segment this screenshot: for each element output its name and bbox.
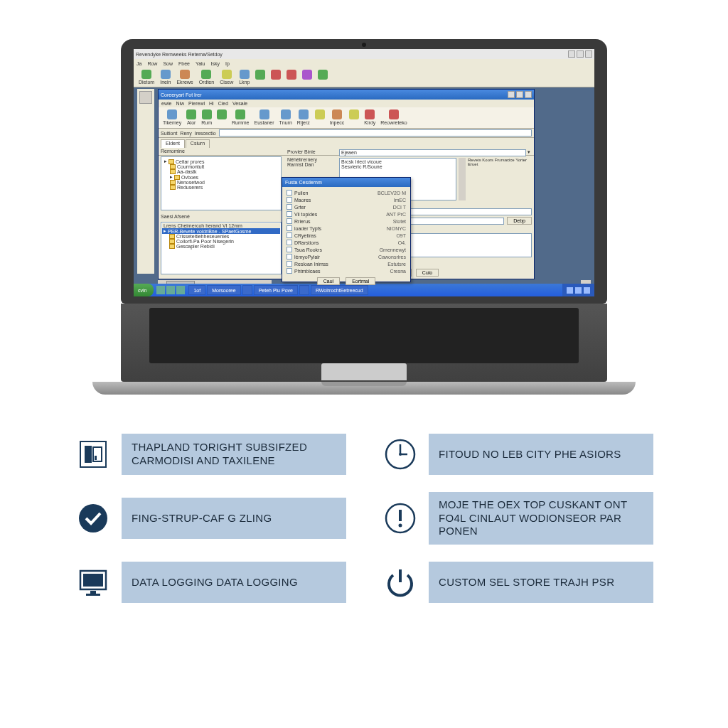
close-button[interactable] (585, 50, 592, 58)
menu-item[interactable]: Yalu (196, 61, 205, 66)
menu-item[interactable]: Pierewl (188, 101, 205, 106)
toolbar-button[interactable]: Lknp (237, 69, 252, 85)
toolbar-button[interactable]: Cisew (218, 69, 235, 85)
dialog-row[interactable]: RrierusStotet (287, 218, 406, 225)
button[interactable]: Culo (416, 269, 439, 277)
tree-node[interactable]: Reduserers (177, 185, 203, 190)
toolbar-button[interactable]: Ekrewe (174, 69, 195, 85)
taskbar-item[interactable]: Morsooree (207, 285, 240, 295)
dialog-row[interactable]: Vii topidesANT PrC (287, 210, 406, 218)
tree-node[interactable]: Nenosetwod (177, 180, 205, 185)
button[interactable]: Debp (507, 217, 532, 225)
toolbar-button[interactable] (316, 69, 330, 85)
tray-icon[interactable] (584, 287, 590, 294)
tray-icon[interactable] (567, 287, 573, 294)
toolbar-button[interactable]: Ordten (197, 69, 216, 85)
tree-view-1[interactable]: ▸Ceitar prores Courmontult Aa-dastk ▸Ovb… (161, 156, 282, 210)
tree-node[interactable]: Coilorfi-Pa Poor Nisegerin (176, 239, 234, 244)
toolbar-button[interactable] (313, 109, 327, 127)
menu-item[interactable]: Hi (209, 101, 214, 106)
minimize-button[interactable] (568, 50, 575, 58)
toolbar-button[interactable]: Kirdy (362, 109, 378, 127)
menu-item[interactable]: Fbee (178, 61, 190, 66)
tree-node[interactable]: PER-Bevete voidriBne - SPaetGosme (168, 229, 252, 234)
tab[interactable]: Eldent (161, 139, 185, 148)
tree-node[interactable]: Ceitar prores (176, 159, 204, 164)
mdi-maximize[interactable] (516, 91, 523, 98)
toolbar-button[interactable] (269, 69, 283, 85)
feature-text: FITOUD NO LEB CITY PHE ASIORS (439, 448, 621, 461)
toolbar-button[interactable] (300, 69, 314, 85)
toolbar-button[interactable]: Tikemey (161, 109, 183, 127)
tree-node[interactable]: Gescapler Rebidi (176, 244, 215, 249)
dialog: Fusta Cesdernm PulienBCLEV2O M MaoresImE… (282, 177, 411, 282)
tree-node[interactable]: Aa-dastk (177, 169, 197, 174)
toolbar-button[interactable]: Rumme (230, 109, 252, 127)
menu-item[interactable]: Ip (225, 61, 230, 66)
feature-text: CUSTOM SEL STORE TRAJH PSR (439, 576, 614, 589)
tree-node[interactable]: Crisseteitiehheseuenies (176, 234, 229, 239)
ql-icon[interactable] (156, 286, 165, 294)
feature-item: DATA LOGGING DATA LOGGING (75, 562, 346, 603)
scrollbar[interactable] (459, 158, 466, 200)
toolbar-button[interactable]: Eustaner (252, 109, 277, 127)
toolbar-button[interactable]: Inpecc (328, 109, 347, 127)
ok-button[interactable]: Eortmal (346, 277, 375, 285)
mdi-titlebar: Coreeryart Fot Irer (159, 90, 534, 100)
camera (362, 43, 366, 47)
dialog-row[interactable]: GrterDCI T (287, 203, 406, 210)
tab[interactable]: Csiurn (186, 139, 210, 148)
taskbar-item[interactable] (242, 285, 252, 295)
feature-item: FING-STRUP-CAF G ZLING (75, 492, 346, 545)
sidebar-button[interactable] (139, 91, 152, 104)
tree-node[interactable]: Ovboes (181, 175, 198, 180)
toolbar-button[interactable]: Reowreteko (378, 109, 409, 127)
toolbar-button[interactable]: Dietom (136, 69, 156, 85)
list-item[interactable]: Brcsk Iriect vicoue (341, 159, 454, 164)
dialog-row[interactable]: DRarstionsO4. (287, 239, 406, 246)
taskbar-item[interactable]: 1of (188, 285, 205, 295)
ql-icon[interactable] (176, 286, 185, 294)
tree-view-2[interactable]: Lrens Cheimercoh herand VI 12mm ▸PER-Bev… (161, 222, 282, 274)
address-input[interactable] (219, 129, 532, 136)
check-icon (75, 500, 112, 537)
dialog-title: Fusta Cesdernm (282, 178, 410, 187)
dialog-row[interactable]: PulienBCLEV2O M (287, 189, 406, 196)
tray-icon[interactable] (575, 287, 582, 294)
start-button[interactable]: cvin (134, 284, 154, 296)
menu-item[interactable]: Sow (163, 61, 173, 66)
toolbar-button[interactable]: Inein (158, 69, 173, 85)
dialog-row[interactable]: loader TypfsNIONYC (287, 225, 406, 232)
toolbar-button[interactable]: Alor (184, 109, 198, 127)
menu-item[interactable]: ewie (161, 101, 171, 106)
dialog-row[interactable]: lémyoPylairCawonsrires (287, 253, 406, 260)
dialog-row[interactable]: CRyetirasO9T (287, 232, 406, 239)
toolbar-button[interactable] (253, 69, 267, 85)
toolbar-button[interactable] (215, 109, 229, 127)
menu-item[interactable]: Niw (176, 101, 184, 106)
toolbar-button[interactable]: Rijerz (295, 109, 312, 127)
menu-item[interactable]: Vesale (232, 101, 247, 106)
toolbar-button[interactable] (284, 69, 299, 85)
mdi-close[interactable] (525, 91, 532, 98)
toolbar-button[interactable] (347, 109, 361, 127)
menu-item[interactable]: Cied (218, 101, 228, 106)
tree-node[interactable]: Courmontult (177, 164, 204, 169)
toolbar-button[interactable]: Rum (199, 109, 214, 127)
ql-icon[interactable] (166, 286, 175, 294)
dropdown-icon[interactable]: ▾ (528, 149, 530, 156)
toolbar-button[interactable]: Tnurn (277, 109, 294, 127)
dialog-row[interactable]: Resloan InimssEstutsre (287, 260, 406, 267)
addr-label: Irescectio (195, 131, 216, 136)
dialog-row[interactable]: Tsua RookrsGmennewyt (287, 246, 406, 253)
dialog-row[interactable]: MaoresImEC (287, 196, 406, 203)
dialog-row[interactable]: PhtmblcaesCresna (287, 267, 406, 274)
combo-field[interactable]: Ejeaen (339, 149, 526, 156)
menu-item[interactable]: Isky (211, 61, 220, 66)
list-item[interactable]: Sesvieric R/Soune (341, 164, 454, 169)
cancel-button[interactable]: Caul (317, 277, 340, 285)
menu-item[interactable]: Ja (136, 61, 141, 66)
maximize-button[interactable] (577, 50, 584, 58)
menu-item[interactable]: Row (147, 61, 157, 66)
mdi-minimize[interactable] (508, 91, 515, 98)
